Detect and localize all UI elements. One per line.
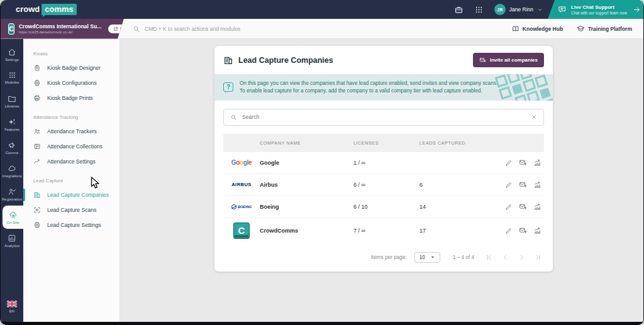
rail-label: Modules bbox=[5, 80, 19, 84]
user-menu[interactable]: JR Jane Rinn bbox=[494, 4, 543, 15]
analytics-icon bbox=[8, 234, 16, 243]
view-scans-icon[interactable] bbox=[533, 202, 541, 211]
rail-item-settings[interactable]: Settings bbox=[1, 43, 23, 66]
logo-text-comms: comms bbox=[42, 4, 77, 15]
table-search bbox=[223, 109, 544, 126]
integrations-icon bbox=[8, 164, 16, 173]
event-app-info: CrowdComms International Su... https://c… bbox=[19, 23, 101, 33]
modules-grid-icon bbox=[8, 71, 16, 79]
edit-icon[interactable] bbox=[505, 203, 513, 211]
table-header-row: COMPANY NAME LICENSES LEADS CAPTURED bbox=[223, 134, 544, 152]
previous-page-button[interactable] bbox=[502, 254, 509, 261]
knowledge-hub-label: Knowledge Hub bbox=[523, 26, 563, 32]
section-title-lead-capture: Lead Capture bbox=[23, 173, 119, 187]
table-row-boeing: BOEING Boeing 6 / 10 14 bbox=[223, 196, 544, 218]
briefcase-icon[interactable] bbox=[454, 5, 464, 14]
view-scans-icon[interactable] bbox=[533, 180, 541, 189]
page-title: Lead Capture Companies bbox=[238, 56, 333, 65]
header-company-name: COMPANY NAME bbox=[260, 140, 353, 146]
items-per-page-select[interactable]: 10 bbox=[414, 252, 440, 263]
rail-item-on-site[interactable]: On-Site bbox=[3, 206, 23, 229]
rail-label: On-Site bbox=[6, 221, 19, 224]
view-scans-icon[interactable] bbox=[533, 158, 541, 167]
search-icon bbox=[230, 114, 237, 121]
decorative-grid-pattern bbox=[491, 74, 553, 101]
app-bar: C CrowdComms International Su... https:/… bbox=[1, 19, 643, 39]
leads-value: 14 bbox=[419, 204, 494, 210]
sidebar-item-attendance-collections[interactable]: Attendance Collections bbox=[23, 139, 119, 154]
rail-item-analytics[interactable]: Analytics bbox=[1, 229, 23, 252]
megaphone-icon bbox=[8, 141, 16, 150]
rail-item-modules[interactable]: Modules bbox=[1, 66, 23, 89]
uk-flag-icon bbox=[7, 300, 17, 307]
table-row-google: Google Google 1 / ∞ bbox=[223, 152, 544, 174]
header-licenses: LICENSES bbox=[353, 140, 419, 146]
edit-icon[interactable] bbox=[505, 227, 513, 234]
sidebar-item-label: Kiosk Configurations bbox=[47, 80, 97, 86]
send-invite-icon[interactable] bbox=[519, 202, 527, 211]
table-search-input[interactable] bbox=[242, 114, 526, 120]
row-actions bbox=[494, 226, 544, 234]
send-invite-icon[interactable] bbox=[519, 158, 527, 167]
live-chat-banner[interactable]: Live Chat Support Chat with our support … bbox=[548, 0, 643, 19]
sidebar-item-attendance-settings[interactable]: Attendance Settings bbox=[23, 154, 119, 169]
company-icon bbox=[223, 55, 233, 65]
gear-icon bbox=[33, 221, 41, 229]
avatar: JR bbox=[494, 4, 506, 15]
sidebar-item-kiosk-configurations[interactable]: Kiosk Configurations bbox=[23, 75, 119, 91]
sidebar-item-kiosk-badge-prints[interactable]: Kiosk Badge Prints bbox=[23, 91, 119, 106]
rail-item-integrations[interactable]: Integrations bbox=[1, 159, 23, 182]
next-page-button[interactable] bbox=[518, 254, 525, 261]
chevron-down-icon bbox=[430, 255, 435, 260]
event-app-name: CrowdComms International Su... bbox=[19, 23, 101, 30]
rail-item-features[interactable]: Features bbox=[1, 113, 23, 136]
table-row-airbus: AIRBUS Airbus 6 / ∞ 6 bbox=[223, 174, 544, 196]
licenses-value: 1 / ∞ bbox=[353, 160, 419, 166]
send-invite-icon[interactable] bbox=[519, 180, 527, 189]
rail-item-registration[interactable]: Registration bbox=[1, 182, 23, 206]
sidebar-item-lead-capture-settings[interactable]: Lead Capture Settings bbox=[23, 218, 119, 233]
items-per-page-label: Items per page: bbox=[371, 255, 407, 260]
envelope-plus-icon bbox=[479, 57, 486, 63]
graduation-cap-icon bbox=[577, 25, 585, 33]
info-line-1: On this page you can view the companies … bbox=[240, 80, 497, 87]
nav-rail: Settings Modules Libraries Features Comm… bbox=[1, 39, 23, 322]
knowledge-hub-link[interactable]: Knowledge Hub bbox=[512, 25, 563, 33]
info-banner-text: On this page you can view the companies … bbox=[240, 80, 497, 95]
book-icon bbox=[512, 25, 519, 33]
airbus-logo: AIRBUS bbox=[223, 182, 260, 187]
rail-label: Analytics bbox=[4, 244, 19, 248]
last-page-button[interactable] bbox=[535, 254, 541, 261]
send-invite-icon[interactable] bbox=[519, 226, 527, 234]
sidebar-item-label: Attendance Settings bbox=[47, 158, 96, 165]
sidebar-item-attendance-trackers[interactable]: Attendance Trackers bbox=[23, 124, 119, 139]
edit-icon[interactable] bbox=[505, 159, 513, 167]
items-per-page-value: 10 bbox=[419, 255, 425, 260]
on-site-cloud-icon bbox=[9, 211, 18, 219]
edit-icon[interactable] bbox=[505, 181, 513, 189]
search-icon bbox=[133, 25, 140, 33]
view-scans-icon[interactable] bbox=[533, 226, 541, 234]
header-leads-captured: LEADS CAPTURED bbox=[419, 140, 494, 146]
rail-item-libraries[interactable]: Libraries bbox=[1, 89, 23, 113]
qr-scan-icon bbox=[33, 206, 41, 214]
language-switcher[interactable]: EN bbox=[1, 300, 23, 313]
logo-text-crowd: crowd bbox=[16, 4, 40, 14]
chat-icon bbox=[558, 5, 567, 14]
language-label: EN bbox=[9, 309, 14, 313]
sidebar-item-kiosk-badge-designer[interactable]: Kiosk Badge Designer bbox=[23, 60, 119, 75]
people-icon bbox=[33, 128, 41, 135]
rail-item-comms[interactable]: Comms bbox=[1, 136, 23, 159]
sidebar-item-lead-capture-scans[interactable]: Lead Capture Scans bbox=[23, 202, 119, 218]
sidebar-item-label: Lead Capture Companies bbox=[47, 192, 109, 198]
page-title-wrap: Lead Capture Companies bbox=[223, 55, 333, 65]
clear-search-icon[interactable] bbox=[531, 114, 537, 120]
apps-grid-icon[interactable] bbox=[475, 6, 483, 14]
invite-all-companies-button[interactable]: Invite all companies bbox=[473, 53, 544, 67]
first-page-button[interactable] bbox=[486, 254, 492, 261]
sidebar-item-lead-capture-companies[interactable]: Lead Capture Companies bbox=[23, 187, 119, 202]
global-search-input[interactable] bbox=[145, 26, 346, 32]
sidebar-item-label: Kiosk Badge Designer bbox=[47, 65, 101, 71]
badge-icon bbox=[33, 64, 41, 72]
training-platform-link[interactable]: Training Platform bbox=[577, 25, 632, 33]
